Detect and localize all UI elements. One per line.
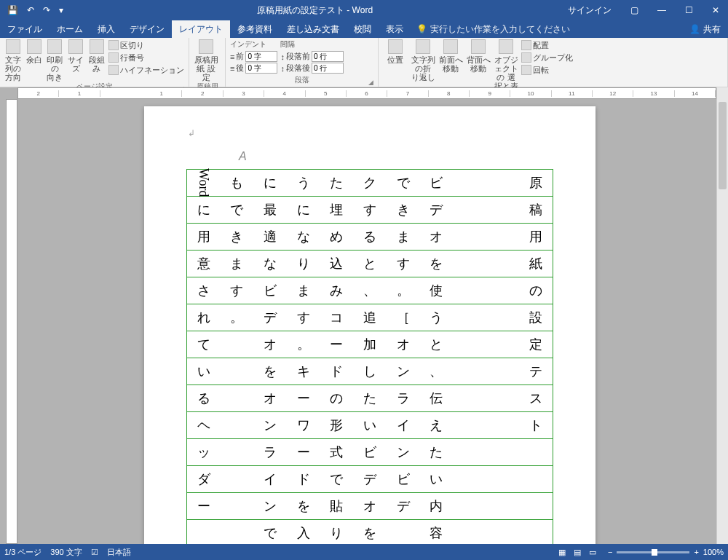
genkou-cell: り (320, 520, 354, 544)
horizontal-ruler[interactable]: 211234567891011121314 (17, 87, 716, 99)
genkou-cell: ラ (387, 385, 420, 412)
genkou-cell (486, 412, 520, 439)
save-icon[interactable]: 💾 (4, 4, 21, 17)
breaks-button[interactable]: 区切り (108, 39, 184, 51)
genkou-cell: ラ (253, 439, 287, 466)
minimize-icon[interactable]: — (649, 2, 675, 18)
zoom-level[interactable]: 100% (703, 548, 724, 556)
tab-view[interactable]: 表示 (379, 20, 411, 38)
tab-review[interactable]: 校閲 (347, 20, 379, 38)
genkou-cell: オ (353, 493, 387, 520)
genkou-cell: す (387, 251, 420, 277)
genkou-cell: 定 (519, 331, 553, 358)
indent-after[interactable]: ≡後 (230, 63, 277, 74)
align-button[interactable]: 配置 (521, 39, 573, 51)
line-numbers-button[interactable]: 行番号 (108, 52, 184, 63)
tab-insert[interactable]: 挿入 (90, 20, 122, 38)
close-icon[interactable]: ✕ (703, 2, 728, 18)
status-page[interactable]: 1/3 ページ (4, 547, 41, 558)
zoom-slider[interactable] (617, 551, 689, 553)
status-language[interactable]: 日本語 (107, 547, 131, 558)
genkou-cell: ー (287, 439, 320, 466)
genkou-cell: キ (287, 358, 320, 385)
tab-home[interactable]: ホーム (50, 20, 90, 38)
columns-button[interactable]: 段組み (87, 39, 106, 73)
genkou-cell: ま (287, 277, 320, 304)
qat-customize-icon[interactable]: ▾ (56, 4, 66, 17)
genkou-cell: ス (519, 385, 553, 412)
vertical-ruler[interactable] (6, 99, 17, 544)
print-layout-icon[interactable]: ▤ (571, 546, 584, 558)
genkou-cell: を (353, 520, 387, 544)
genkou-column (453, 170, 486, 544)
breaks-icon (108, 40, 119, 50)
send-backward-button[interactable]: 背面へ 移動 (466, 39, 491, 73)
orientation-button[interactable]: 印刷の 向き (46, 39, 64, 82)
send-backward-icon (471, 39, 486, 54)
rotate-button[interactable]: 回転 (521, 64, 573, 76)
indent-before[interactable]: ≡前 (230, 51, 277, 62)
genkou-cell: 式 (320, 439, 354, 466)
wrap-button[interactable]: 文字列の折 り返し (411, 39, 435, 82)
genkou-column (486, 170, 520, 544)
genkou-cell: さ (187, 277, 221, 304)
tab-mailings[interactable]: 差し込み文書 (280, 20, 347, 38)
genkou-cell: ト (519, 412, 553, 439)
zoom-slider-knob[interactable] (652, 549, 657, 556)
status-bar: 1/3 ページ 390 文字 ☑ 日本語 ▦ ▤ ▭ − + 100% (0, 544, 728, 560)
margins-button[interactable]: 余白 (25, 39, 44, 64)
ribbon-options-icon[interactable]: ▢ (622, 2, 647, 18)
genkou-cell (221, 439, 254, 466)
hyphenation-icon (108, 65, 119, 75)
zoom-out-icon[interactable]: − (608, 548, 612, 556)
spacing-before[interactable]: ↕段落前 (280, 51, 344, 62)
genkou-column: 原稿用紙の設定テスト (519, 170, 553, 544)
document-canvas[interactable]: ↲ A 原稿用紙の設定テストビデオを使うと、伝えたい内容できます。［オンラインビ… (20, 102, 715, 544)
ribbon: 文字列の 方向 余白 印刷の 向き サイズ 段組み 区切り 行番号 ハイフネーシ… (0, 38, 728, 87)
spacing-before-input[interactable] (312, 51, 344, 62)
tab-layout[interactable]: レイアウト (172, 20, 230, 38)
zoom-in-icon[interactable]: + (694, 548, 698, 556)
spacing-after-input[interactable] (312, 63, 344, 74)
redo-icon[interactable]: ↷ (40, 4, 53, 17)
text-direction-button[interactable]: 文字列の 方向 (4, 39, 23, 82)
ruler-tick: 3 (223, 90, 264, 97)
genkou-cell (486, 385, 520, 412)
genkou-cell: オ (253, 385, 287, 412)
status-proof-icon[interactable]: ☑ (91, 548, 98, 557)
position-button[interactable]: 位置 (383, 39, 408, 64)
genkou-cell: 貼 (320, 493, 354, 520)
signin-button[interactable]: サインイン (559, 1, 620, 20)
group-objects-button[interactable]: グループ化 (521, 52, 573, 63)
status-words[interactable]: 390 文字 (50, 547, 82, 558)
tab-file[interactable]: ファイル (0, 20, 50, 38)
genkou-cell (221, 385, 254, 412)
tab-references[interactable]: 参考資料 (230, 20, 280, 38)
size-button[interactable]: サイズ (67, 39, 85, 73)
tab-design[interactable]: デザイン (122, 20, 172, 38)
genkou-cell: い (187, 358, 221, 385)
indent-after-input[interactable] (245, 63, 277, 74)
zoom-control[interactable]: − + 100% (608, 548, 724, 556)
hyphenation-button[interactable]: ハイフネーション (108, 64, 184, 76)
maximize-icon[interactable]: ☐ (676, 2, 702, 18)
page[interactable]: ↲ A 原稿用紙の設定テストビデオを使うと、伝えたい内容できます。［オンラインビ… (144, 106, 596, 544)
genkou-cell: に (253, 170, 287, 197)
bring-forward-button[interactable]: 前面へ 移動 (438, 39, 463, 73)
group-objects-label: グループ化 (533, 52, 573, 63)
dialog-launcher-icon[interactable]: ◢ (368, 79, 373, 86)
web-layout-icon[interactable]: ▭ (586, 546, 599, 558)
genkou-button[interactable]: 原稿用紙 設定 (194, 39, 218, 82)
undo-icon[interactable]: ↶ (24, 4, 37, 17)
read-mode-icon[interactable]: ▦ (555, 546, 569, 558)
share-button[interactable]: 👤 共有 (682, 20, 728, 38)
vertical-scrollbar[interactable] (716, 87, 728, 544)
indent-before-input[interactable] (245, 51, 277, 62)
genkou-cell: ビ (419, 170, 453, 197)
genkou-cell: き (387, 197, 420, 224)
spacing-after[interactable]: ↕段落後 (280, 63, 344, 74)
genkou-cell: え (419, 412, 453, 439)
genkou-cell: を (253, 358, 287, 385)
scrollbar-thumb[interactable] (719, 102, 727, 189)
tell-me[interactable]: 💡 実行したい作業を入力してください (411, 20, 576, 38)
